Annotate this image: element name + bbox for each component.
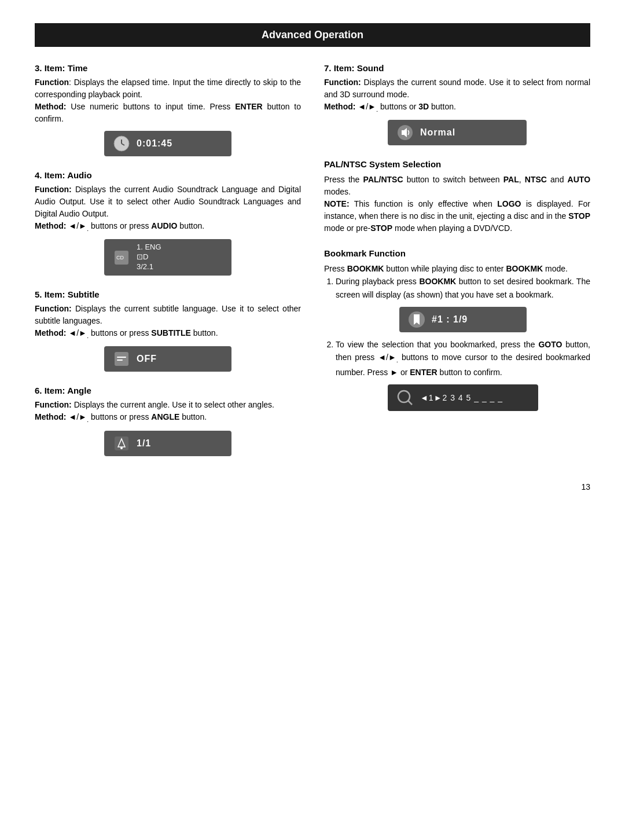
item-subtitle-method-label: Method: (35, 328, 66, 338)
item-angle-bold: ANGLE (151, 412, 179, 421)
osd-goto-display: ◄1►2 3 4 5 _ _ _ _ (388, 384, 538, 411)
ntsc-bold3: NTSC (525, 175, 547, 184)
item-sound-function-label: Function: (324, 78, 361, 87)
item-time-enter: ENTER (235, 102, 262, 111)
item-audio-method-label: Method: (35, 221, 66, 230)
stop2-text: mode when playing a DVD/VCD. (392, 223, 512, 233)
svg-rect-5 (115, 352, 128, 366)
step1-text: During playback press (336, 277, 419, 286)
svg-line-15 (408, 401, 412, 405)
bookmark-intro2: button while playing disc to enter (384, 264, 506, 273)
item-angle-body: Function: Displays the current angle. Us… (35, 399, 301, 424)
svg-point-10 (120, 447, 123, 449)
osd-angle-value: 1/1 (137, 438, 151, 449)
bookmark-bold1: BOOKMK (347, 264, 384, 273)
osd-angle-display: 1/1 (104, 431, 231, 456)
item-subtitle-press: buttons or press (89, 328, 151, 338)
osd-subtitle-value: OFF (137, 354, 157, 364)
osd-audio-display: CD 1. ENG ⊡D 3/2.1 (104, 239, 231, 276)
osd-bookmark-display: #1 : 1/9 (399, 307, 527, 332)
item-sound-method-label: Method: (324, 102, 355, 111)
item-subtitle-function-label: Function: (35, 304, 72, 313)
item-angle-end: button. (179, 412, 207, 421)
note-label: NOTE: (324, 199, 350, 208)
item-sound-body: Function: Displays the current sound mod… (324, 76, 590, 114)
item-sound-title: 7. Item: Sound (324, 63, 590, 73)
osd-time-display: 0:01:45 (104, 131, 231, 156)
osd-time-value: 0:01:45 (137, 138, 172, 149)
item-angle-method-label: Method: (35, 412, 66, 421)
clock-icon (112, 134, 131, 153)
svg-rect-7 (117, 360, 123, 361)
item-sound-press: buttons or (378, 102, 418, 111)
auto-bold4: AUTO (568, 175, 590, 184)
osd-subtitle-display: OFF (104, 346, 231, 372)
bookmark-steps: During playback press BOOKMK button to s… (324, 275, 590, 411)
bookmark-step2: To view the selection that you bookmarke… (336, 338, 590, 411)
item-sound-bold: 3D (418, 102, 429, 111)
angle-icon (112, 434, 131, 453)
right-column: 7. Item: Sound Function: Displays the cu… (324, 63, 590, 470)
bookmark-bold2: BOOKMK (506, 264, 543, 273)
pal-ntsc-body2: button to switch between (403, 175, 503, 184)
item-angle-function-text: Displays the current angle. Use it to se… (72, 400, 274, 409)
item-audio-body: Function: Displays the current Audio Sou… (35, 184, 301, 233)
pal-ntsc-body: Press the PAL/NTSC button to switch betw… (324, 174, 590, 234)
section-item-sound: 7. Item: Sound Function: Displays the cu… (324, 63, 590, 145)
item-time-title: 3. Item: Time (35, 63, 301, 73)
pal-ntsc-body4: and (547, 175, 568, 184)
item-subtitle-title: 5. Item: Subtitle (35, 289, 301, 299)
header-title: Advanced Operation (262, 29, 363, 41)
item-audio-end: button. (177, 221, 204, 230)
step2-play: ► (390, 368, 398, 377)
item-angle-press: buttons or press (89, 412, 151, 421)
magnify-icon (396, 388, 414, 407)
item-sound-arrows: ◄/► (355, 102, 376, 111)
pal-ntsc-body1: Press the (324, 175, 363, 184)
bookmark-icon (407, 310, 426, 329)
osd-audio-line2: ⊡D (137, 252, 161, 262)
section-item-time: 3. Item: Time Function: Displays the ela… (35, 63, 301, 156)
section-bookmark: Bookmark Function Press BOOKMK button wh… (324, 248, 590, 411)
item-subtitle-arrows: ◄/► (66, 328, 87, 338)
stop2-bold: STOP (370, 223, 392, 233)
section-item-audio: 4. Item: Audio Function: Displays the cu… (35, 170, 301, 276)
bookmark-intro: Press BOOKMK button while playing disc t… (324, 263, 590, 275)
logo-bold: LOGO (497, 199, 521, 208)
osd-sound-display: Normal (388, 120, 527, 145)
item-sound-end: button. (429, 102, 456, 111)
item-audio-method-arrows: ◄/► (66, 221, 87, 230)
pal-ntsc-title: PAL/NTSC System Selection (324, 159, 590, 169)
audio-icon: CD (112, 248, 131, 267)
stop-bold: STOP (568, 211, 590, 221)
pal-ntsc-bold1: PAL/NTSC (363, 175, 403, 184)
svg-rect-6 (117, 357, 126, 358)
item-time-function-label: Function (35, 78, 69, 87)
bookmark-intro1: Press (324, 264, 347, 273)
item-time-method-text: Use numeric buttons to input time. Press (66, 102, 235, 111)
bookmark-title: Bookmark Function (324, 248, 590, 258)
osd-goto-value: ◄1►2 3 4 5 _ _ _ _ (420, 391, 503, 404)
page-number: 13 (581, 482, 590, 491)
pal-ntsc-body3: , (519, 175, 525, 184)
section-pal-ntsc: PAL/NTSC System Selection Press the PAL/… (324, 159, 590, 234)
item-time-method-label: Method: (35, 102, 66, 111)
page-header: Advanced Operation (35, 23, 590, 47)
step2-or: or (398, 368, 410, 377)
item-audio-title: 4. Item: Audio (35, 170, 301, 180)
item-angle-arrows: ◄/► (66, 412, 87, 421)
left-column: 3. Item: Time Function: Displays the ela… (35, 63, 301, 470)
svg-text:CD: CD (116, 255, 124, 261)
sound-icon (396, 123, 414, 142)
step2-end: button to confirm. (438, 368, 502, 377)
item-audio-function-label: Function: (35, 185, 72, 194)
note-text: This function is only effective when (350, 199, 498, 208)
osd-audio-line3: 3/2.1 (137, 262, 161, 272)
item-subtitle-bold: SUBTITLE (151, 328, 190, 338)
section-item-angle: 6. Item: Angle Function: Displays the cu… (35, 386, 301, 456)
pal-bold2: PAL (503, 175, 519, 184)
item-subtitle-end: button. (191, 328, 218, 338)
item-angle-function-label: Function: (35, 400, 72, 409)
item-time-body: Function: Displays the elapsed time. Inp… (35, 76, 301, 125)
osd-sound-value: Normal (420, 127, 455, 138)
